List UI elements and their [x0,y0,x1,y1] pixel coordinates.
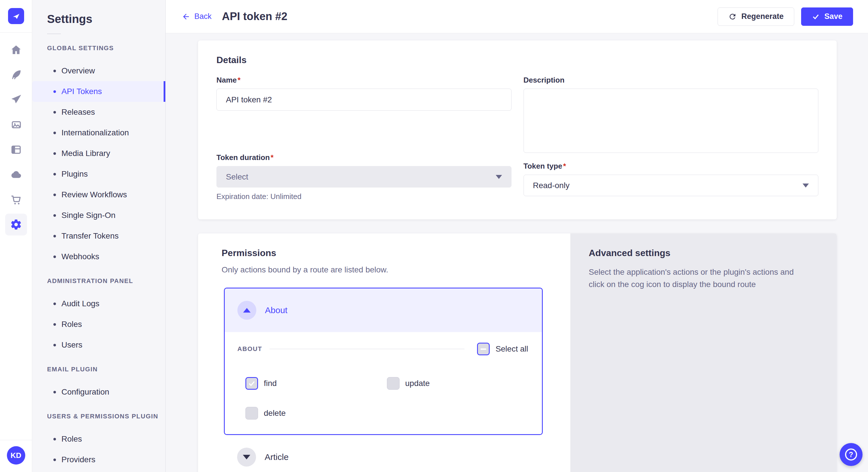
sidebar-item-up-roles[interactable]: Roles [32,429,165,449]
deploy-icon[interactable] [5,89,27,111]
action-update: update [387,377,528,390]
back-link[interactable]: Back [182,12,212,21]
token-type-value: Read-only [533,181,570,190]
sidebar-item-configuration[interactable]: Configuration [32,382,165,402]
description-label: Description [524,76,565,84]
icon-rail: KD [0,0,32,472]
expand-toggle-button[interactable] [237,448,256,467]
find-checkbox[interactable] [245,377,258,390]
description-field: Description [524,76,818,154]
advanced-settings-body: Select the application's actions or the … [589,266,809,291]
bullet-icon [53,132,56,134]
sidebar-title-divider [47,34,61,34]
advanced-settings-title: Advanced settings [589,248,809,258]
update-checkbox[interactable] [387,377,400,390]
app-root: KD Settings GLOBAL SETTINGS Overview API… [0,0,868,472]
sidebar-item-api-tokens[interactable]: API Tokens [32,81,165,102]
description-textarea[interactable] [524,89,818,153]
permissions-panel: Permissions Only actions bound by a rout… [198,233,570,472]
required-asterisk: * [238,76,241,84]
permissions-section: Permissions Only actions bound by a rout… [198,233,837,472]
page-title: API token #2 [222,10,287,23]
delete-label: delete [264,409,286,418]
bullet-icon [53,303,56,305]
sidebar-item-providers[interactable]: Providers [32,449,165,470]
select-all-checkbox[interactable] [477,343,490,355]
marketplace-cart-icon[interactable] [5,189,27,210]
accordion-about-header[interactable]: About [225,289,542,332]
cloud-icon[interactable] [5,164,27,186]
token-type-field: Token type* Read-only [524,162,818,196]
bullet-icon [53,323,56,326]
find-label: find [264,379,277,388]
sidebar-item-roles[interactable]: Roles [32,314,165,335]
section-divider [270,349,464,349]
bullet-icon [53,438,56,440]
details-right-column: Description Token type* Read-only [524,76,818,201]
update-label: update [405,379,430,388]
bullet-icon [53,256,56,258]
check-icon [247,379,256,388]
bullet-icon [53,70,56,72]
accordion-article-title: Article [265,452,288,462]
media-library-icon[interactable] [5,114,27,136]
help-button[interactable]: ? [840,443,863,466]
back-label: Back [194,12,212,21]
section-administration-panel: ADMINISTRATION PANEL Audit Logs Roles Us… [32,277,165,355]
regenerate-button[interactable]: Regenerate [718,7,794,26]
chevron-up-icon [243,308,251,312]
name-field: Name* [216,76,512,111]
about-section-row: ABOUT Select all [237,343,528,355]
sidebar-item-single-sign-on[interactable]: Single Sign-On [32,205,165,226]
token-duration-select[interactable]: Select [216,166,512,188]
settings-gear-icon[interactable] [5,214,27,235]
avatar[interactable]: KD [7,446,25,465]
token-type-select[interactable]: Read-only [524,175,818,196]
chevron-down-icon [496,175,502,179]
chevron-down-icon [243,455,250,460]
bullet-icon [53,214,56,217]
sidebar-item-review-workflows[interactable]: Review Workflows [32,184,165,205]
sidebar-title: Settings [47,12,165,26]
refresh-icon [728,12,737,21]
name-input[interactable] [216,89,512,111]
collapse-toggle-button[interactable] [237,301,256,320]
main-area: Back API token #2 Regenerate Save Detail… [166,0,868,472]
sidebar-item-plugins[interactable]: Plugins [32,164,165,184]
regenerate-label: Regenerate [741,12,784,21]
sidebar-item-releases[interactable]: Releases [32,102,165,123]
sidebar-item-overview[interactable]: Overview [32,61,165,81]
save-button[interactable]: Save [801,7,853,26]
rail-divider [0,32,32,33]
delete-checkbox[interactable] [245,407,258,419]
sidebar-item-media-library[interactable]: Media Library [32,143,165,164]
sidebar-item-webhooks[interactable]: Webhooks [32,246,165,267]
page-content: Details Name* Token duration* Select [166,33,868,472]
sidebar-item-internationalization[interactable]: Internationalization [32,123,165,143]
bullet-icon [53,152,56,155]
strapi-logo-icon [10,10,22,22]
sidebar-item-users[interactable]: Users [32,335,165,355]
content-manager-icon[interactable] [5,139,27,161]
details-card: Details Name* Token duration* Select [198,40,837,220]
bullet-icon [53,111,56,113]
bullet-icon [53,459,56,461]
bullet-icon [53,173,56,175]
details-left-column: Name* Token duration* Select Expiration … [216,76,512,201]
bullet-icon [53,235,56,237]
sidebar-item-audit-logs[interactable]: Audit Logs [32,293,165,314]
sidebar-item-transfer-tokens[interactable]: Transfer Tokens [32,226,165,246]
required-asterisk: * [271,153,274,162]
section-global-settings: GLOBAL SETTINGS Overview API Tokens Rele… [32,44,165,267]
section-label: EMAIL PLUGIN [47,366,165,373]
chevron-down-icon [803,183,809,188]
check-icon [812,12,820,21]
strapi-logo[interactable] [8,8,24,24]
indeterminate-dash-icon [480,348,486,350]
header-actions: Regenerate Save [718,7,853,26]
about-section-label: ABOUT [237,345,262,353]
accordion-article-header[interactable]: Article [237,448,546,467]
home-icon[interactable] [5,39,27,61]
content-type-builder-icon[interactable] [5,64,27,86]
required-asterisk: * [563,162,566,170]
